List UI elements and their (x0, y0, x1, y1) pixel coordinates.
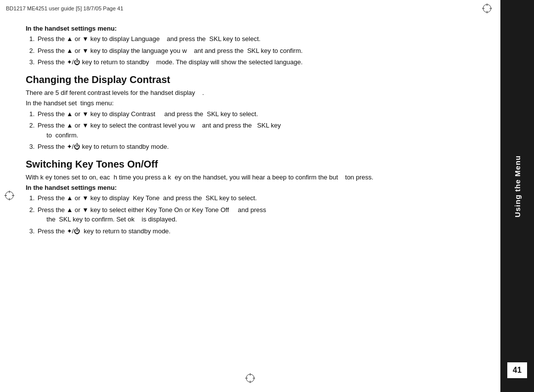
header-bar: BD1217 ME4251 user guide [5] 18/7/05 Pag… (0, 0, 500, 16)
crosshair-top-icon (482, 3, 492, 14)
list-item: 2. Press the ▲ or ▼ key to select the co… (26, 121, 487, 140)
list-item: 3. Press the ✦/⏻ key to return to standb… (26, 57, 487, 67)
crosshair-bottom (245, 373, 256, 385)
language-list: 1. Press the ▲ or ▼ key to display Langu… (26, 34, 487, 67)
page-number: 41 (507, 362, 527, 378)
crosshair-bottom-icon (245, 373, 256, 384)
right-sidebar: Using the Menu 41 (500, 0, 534, 392)
language-heading: In the handset settings menu: (26, 25, 487, 32)
list-item: 2. Press the ▲ or ▼ key to display the l… (26, 46, 487, 56)
keytones-intro: With k ey tones set to on, eac h time yo… (26, 173, 487, 182)
keytones-title: Switching Key Tones On/Off (26, 159, 487, 170)
sidebar-label: Using the Menu (513, 155, 522, 218)
list-item: 2. Press the ▲ or ▼ key to select either… (26, 205, 487, 224)
crosshair-left-icon (4, 190, 15, 201)
keytones-section: Switching Key Tones On/Off With k ey ton… (26, 159, 487, 236)
header-text: BD1217 ME4251 user guide [5] 18/7/05 Pag… (6, 5, 123, 11)
language-section: In the handset settings menu: 1. Press t… (26, 25, 487, 67)
contrast-intro2: In the handset set tings menu: (26, 98, 487, 108)
list-item: 3. Press the ✦/⏻ key to return to standb… (26, 226, 487, 236)
contrast-intro1: There are 5 dif ferent contrast levels f… (26, 88, 487, 98)
content-area: In the handset settings menu: 1. Press t… (0, 16, 500, 247)
contrast-list: 1. Press the ▲ or ▼ key to display Contr… (26, 109, 487, 152)
list-item: 3. Press the ✦/⏻ key to return to standb… (26, 142, 487, 152)
crosshair-left (4, 190, 15, 202)
contrast-section: Changing the Display Contrast There are … (26, 74, 487, 152)
keytones-heading: In the handset settings menu: (26, 184, 487, 191)
list-item: 1. Press the ▲ or ▼ key to display Key T… (26, 193, 487, 203)
list-item: 1. Press the ▲ or ▼ key to display Contr… (26, 109, 487, 119)
contrast-title: Changing the Display Contrast (26, 74, 487, 86)
main-content: BD1217 ME4251 user guide [5] 18/7/05 Pag… (0, 0, 500, 392)
list-item: 1. Press the ▲ or ▼ key to display Langu… (26, 34, 487, 44)
keytones-list: 1. Press the ▲ or ▼ key to display Key T… (26, 193, 487, 236)
